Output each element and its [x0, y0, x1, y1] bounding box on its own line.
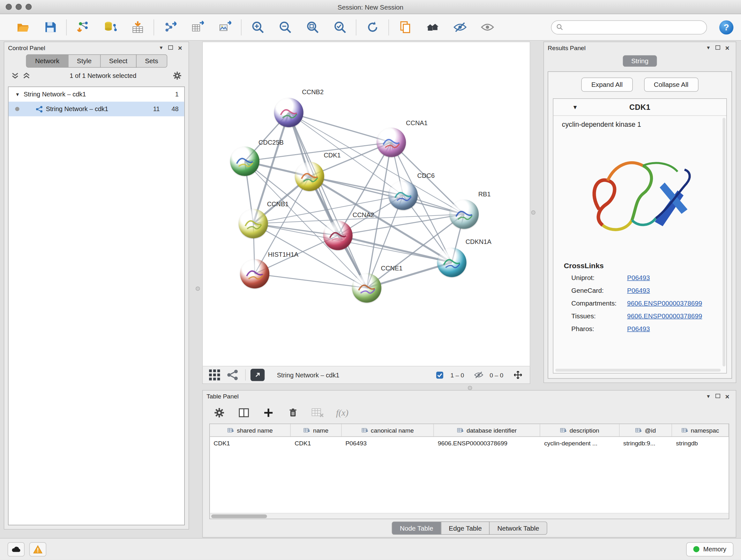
export-network-icon[interactable]	[160, 18, 179, 37]
panel-float-icon[interactable]	[713, 393, 723, 400]
network-row-selected[interactable]: String Network – cdk1 11 48	[9, 102, 185, 116]
results-vertical-scrollbar[interactable]	[723, 118, 725, 367]
tab-network-table[interactable]: Network Table	[489, 521, 547, 535]
expand-all-networks-icon[interactable]	[11, 71, 19, 80]
zoom-window-button[interactable]	[25, 4, 31, 10]
function-builder-button[interactable]: f(x)	[336, 408, 348, 418]
expand-all-button[interactable]: Expand All	[582, 78, 632, 91]
network-node-ccne1[interactable]	[352, 273, 381, 303]
table-cell[interactable]: cyclin-dependent ...	[540, 437, 619, 449]
network-node-cdkn1a[interactable]	[437, 248, 467, 277]
network-options-gear-icon[interactable]	[173, 71, 182, 80]
section-collapse-caret-icon[interactable]: ▼	[572, 104, 578, 111]
cloud-button[interactable]	[8, 542, 24, 556]
results-horizontal-scrollbar[interactable]	[555, 369, 721, 372]
table-cell[interactable]: stringdb:9...	[619, 437, 672, 449]
toolbar-search-field[interactable]	[551, 20, 707, 34]
import-network-database-icon[interactable]	[100, 18, 119, 37]
table-cell[interactable]: 9606.ENSP00000378699	[434, 437, 540, 449]
crosslink-link[interactable]: 9606.ENSP00000378699	[627, 312, 702, 320]
network-node-cdk1[interactable]	[295, 162, 324, 191]
tab-style[interactable]: Style	[68, 54, 100, 67]
panel-float-icon[interactable]	[166, 44, 176, 51]
crosslink-link[interactable]: P06493	[627, 325, 650, 332]
hide-unhide-icon[interactable]	[450, 18, 469, 37]
column-header-database-identifier[interactable]: database identifier	[434, 424, 540, 436]
collapse-all-button[interactable]: Collapse All	[644, 78, 698, 91]
panel-collapse-icon[interactable]: ▾	[704, 44, 713, 51]
network-node-rb1[interactable]	[449, 199, 479, 229]
tab-string[interactable]: String	[623, 55, 657, 67]
network-node-ccna2[interactable]	[323, 221, 353, 250]
close-window-button[interactable]	[6, 4, 12, 10]
network-canvas[interactable]: CCNB2CCNA1CDC25BCDK1CDC6RB1CCNB1CCNA2CDK…	[202, 42, 530, 366]
column-header-namespac[interactable]: namespac	[672, 424, 729, 436]
show-all-eye-icon[interactable]	[478, 18, 496, 37]
zoom-in-icon[interactable]	[248, 18, 267, 37]
zoom-selected-icon[interactable]	[330, 18, 349, 37]
tab-sets[interactable]: Sets	[136, 54, 167, 67]
clone-network-icon[interactable]	[395, 18, 414, 37]
search-input[interactable]	[566, 23, 702, 30]
bottom-splitter-handle[interactable]	[468, 386, 472, 390]
network-edge[interactable]	[255, 273, 367, 288]
table-horizontal-scrollbar[interactable]	[210, 513, 729, 519]
table-cell[interactable]: CDK1	[291, 437, 341, 449]
table-cell[interactable]: CDK1	[210, 437, 291, 449]
open-session-icon[interactable]	[13, 18, 32, 37]
network-node-ccna1[interactable]	[377, 128, 406, 157]
column-header-name[interactable]: name	[291, 424, 341, 436]
save-session-icon[interactable]	[41, 18, 59, 37]
table-cell[interactable]: P06493	[342, 437, 434, 449]
network-node-hist1h1a[interactable]	[240, 259, 269, 289]
column-header-canonical-name[interactable]: canonical name	[342, 424, 434, 436]
tree-expand-caret-icon[interactable]: ▼	[15, 91, 20, 97]
selected-checkbox-icon[interactable]	[433, 369, 446, 381]
zoom-fit-icon[interactable]	[303, 18, 322, 37]
column-header--id[interactable]: @id	[619, 424, 672, 436]
network-edge[interactable]	[289, 112, 367, 288]
add-column-plus-icon[interactable]	[262, 407, 275, 419]
network-edge[interactable]	[289, 112, 391, 142]
detach-view-button[interactable]	[251, 369, 265, 381]
show-columns-icon[interactable]	[238, 407, 250, 419]
tab-edge-table[interactable]: Edge Table	[441, 521, 490, 535]
refresh-icon[interactable]	[363, 18, 382, 37]
delete-column-trash-icon[interactable]	[287, 407, 299, 419]
column-header-shared-name[interactable]: shared name	[210, 424, 291, 436]
hidden-eye-slash-icon[interactable]	[473, 369, 485, 381]
panel-close-icon[interactable]: ×	[175, 44, 185, 52]
zoom-out-icon[interactable]	[275, 18, 294, 37]
scrollbar-thumb[interactable]	[211, 514, 267, 518]
network-node-cdc6[interactable]	[388, 181, 418, 210]
move-crosshair-icon[interactable]	[512, 369, 524, 381]
tab-network[interactable]: Network	[26, 54, 68, 67]
collapse-all-networks-icon[interactable]	[22, 71, 31, 80]
warning-button[interactable]	[29, 542, 46, 556]
column-header-description[interactable]: description	[540, 424, 619, 436]
help-icon[interactable]: ?	[719, 20, 733, 34]
crosslink-link[interactable]: 9606.ENSP00000378699	[627, 299, 702, 307]
tab-node-table[interactable]: Node Table	[392, 521, 441, 535]
crosslink-link[interactable]: P06493	[627, 287, 650, 294]
delete-table-icon[interactable]	[312, 407, 324, 419]
network-node-ccnb2[interactable]	[274, 98, 304, 127]
home-networks-icon[interactable]	[423, 18, 442, 37]
panel-collapse-icon[interactable]: ▾	[156, 44, 166, 51]
table-cell[interactable]: stringdb	[672, 437, 729, 449]
panel-collapse-icon[interactable]: ▾	[704, 393, 713, 400]
network-node-cdc25b[interactable]	[230, 146, 259, 176]
panel-float-icon[interactable]	[713, 44, 723, 51]
left-splitter-handle[interactable]	[196, 287, 200, 291]
right-splitter-handle[interactable]	[531, 210, 535, 214]
import-network-file-icon[interactable]	[73, 18, 92, 37]
minimize-window-button[interactable]	[16, 4, 22, 10]
network-share-view-icon[interactable]	[226, 369, 239, 381]
import-table-icon[interactable]	[128, 18, 147, 37]
network-node-ccnb1[interactable]	[239, 209, 268, 239]
table-row[interactable]: CDK1CDK1P064939606.ENSP00000378699cyclin…	[210, 437, 729, 449]
export-image-icon[interactable]	[215, 18, 234, 37]
panel-close-icon[interactable]: ×	[723, 44, 732, 52]
export-table-icon[interactable]	[188, 18, 207, 37]
network-collection-row[interactable]: ▼ String Network – cdk1 1	[9, 87, 185, 102]
